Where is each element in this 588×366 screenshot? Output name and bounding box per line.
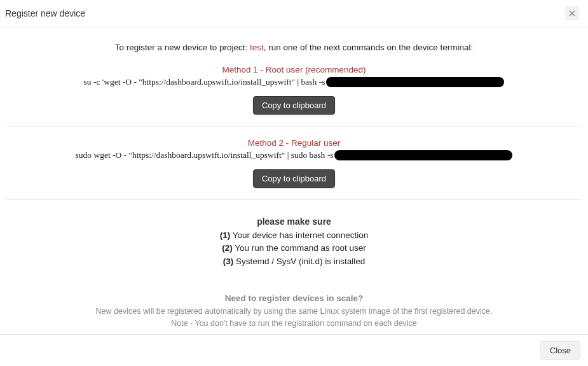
ensure-item-2: (2) You run the command as root user xyxy=(6,242,582,255)
ensure-item-1: (1) Your device has internet connection xyxy=(6,229,582,242)
copy-method1-button[interactable]: Copy to clipboard xyxy=(253,96,335,115)
method2-title: Method 2 - Regular user xyxy=(6,138,582,148)
ensure-num-3: (3) xyxy=(223,257,234,266)
method1-redacted-token xyxy=(326,77,504,87)
ensure-num-2: (2) xyxy=(222,243,233,253)
method2-redacted-token xyxy=(334,150,512,160)
scale-line2: Note - You don't have to run the registr… xyxy=(6,318,582,330)
method2-command-row: sudo wget -O - "https://dashboard.upswif… xyxy=(6,150,582,160)
intro-suffix: , run one of the next commands on the de… xyxy=(264,43,473,52)
method2-command-text: sudo wget -O - "https://dashboard.upswif… xyxy=(76,150,334,160)
method1-command-text: su -c 'wget -O - "https://dashboard.upsw… xyxy=(84,77,325,87)
ensure-text-1: Your device has internet connection xyxy=(230,230,368,240)
divider-2 xyxy=(6,199,582,200)
modal-header: Register new device xyxy=(0,0,588,27)
copy-method2-button[interactable]: Copy to clipboard xyxy=(253,169,335,188)
method1-title: Method 1 - Root user (recommended) xyxy=(6,65,582,74)
ensure-num-1: (1) xyxy=(220,230,231,240)
intro-text: To register a new device to project: tes… xyxy=(6,43,582,52)
modal-content: To register a new device to project: tes… xyxy=(0,27,588,358)
close-icon[interactable] xyxy=(565,6,579,20)
project-name: test xyxy=(250,43,264,52)
ensure-item-3: (3) Systemd / SysV (init.d) is installed xyxy=(6,255,582,268)
divider-1 xyxy=(6,126,582,127)
modal-title: Register new device xyxy=(5,8,85,18)
modal-footer: Close xyxy=(0,334,588,366)
method1-command-row: su -c 'wget -O - "https://dashboard.upsw… xyxy=(6,77,582,87)
ensure-text-3: Systemd / SysV (init.d) is installed xyxy=(233,257,365,266)
ensure-title: please make sure xyxy=(6,216,582,227)
intro-prefix: To register a new device to project: xyxy=(115,43,250,52)
close-button[interactable]: Close xyxy=(540,341,580,360)
ensure-text-2: You run the command as root user xyxy=(233,243,366,253)
scale-line1: New devices will be registered automatic… xyxy=(6,306,582,318)
scale-title: Need to register devices in scale? xyxy=(6,293,582,303)
